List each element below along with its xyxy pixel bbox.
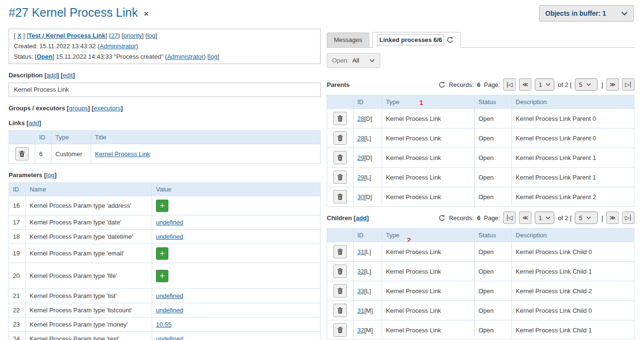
delete-parent-button[interactable] <box>333 131 347 145</box>
child-id-link[interactable]: 32 <box>357 327 364 334</box>
description-add-link[interactable]: add <box>46 72 57 79</box>
table-row: 20 Kernel Process Param type 'file' + <box>9 263 321 289</box>
status-log-link[interactable]: log <box>209 53 217 60</box>
objects-in-buffer-dropdown[interactable]: Objects in buffer: 1 <box>539 5 634 21</box>
trash-icon <box>337 248 343 255</box>
prev-page-button[interactable]: ≪ <box>519 212 531 224</box>
parent-id-link[interactable]: 29 <box>357 154 364 161</box>
first-page-button[interactable]: |◁ <box>503 78 516 91</box>
table-row: 22 Kernel Process Param type 'listcount'… <box>9 303 321 318</box>
info-line-links: [ X ] [Test / Kernel Process Link] (27) … <box>14 31 315 41</box>
refresh-icon[interactable] <box>438 81 446 88</box>
tab-bar: Messages Linked processes 6/6 <box>327 32 634 48</box>
param-value-link[interactable]: undefined <box>156 219 183 226</box>
process-type-link[interactable]: Test / Kernel Process Link <box>28 32 105 39</box>
parameters-log-link[interactable]: log <box>46 171 54 179</box>
children-add-link[interactable]: add <box>356 214 367 222</box>
child-id-link[interactable]: 32 <box>357 268 364 275</box>
last-page-button[interactable]: ▷| <box>622 212 634 224</box>
process-log-link[interactable]: log <box>147 32 155 39</box>
page-select[interactable]: 1 <box>535 212 554 224</box>
status-cell: Open <box>475 320 512 340</box>
delete-link-button[interactable] <box>15 147 29 160</box>
children-table: ID Type2 Status Description 31[L] Kernel… <box>327 228 634 340</box>
parents-col-type: Type1 <box>382 96 475 109</box>
trash-icon <box>337 268 343 275</box>
process-id-link[interactable]: 27 <box>111 32 118 39</box>
tab-linked-processes[interactable]: Linked processes 6/6 <box>372 32 461 48</box>
per-page-select[interactable]: 5 <box>575 78 598 91</box>
records-count: 6 <box>477 81 480 88</box>
links-add-link[interactable]: add <box>29 119 39 127</box>
parent-id-link[interactable]: 28 <box>357 135 364 142</box>
add-param-value-button[interactable]: + <box>156 270 168 282</box>
executors-link[interactable]: executors <box>94 105 121 112</box>
delete-child-button[interactable] <box>333 304 347 317</box>
table-row: 17 Kernel Process Param type 'date' unde… <box>9 215 321 230</box>
child-id-link[interactable]: 33 <box>357 287 364 295</box>
chevron-down-icon <box>586 83 591 86</box>
parents-col-status: Status <box>475 96 512 109</box>
groups-executors-heading: Groups / executors [groups] [executors] <box>9 105 321 112</box>
created-by-link[interactable]: Administrator <box>100 42 136 50</box>
prev-page-button[interactable]: ≪ <box>519 78 531 91</box>
add-param-value-button[interactable]: + <box>156 247 168 260</box>
parent-id-link[interactable]: 29 <box>357 174 364 181</box>
delete-child-button[interactable] <box>333 245 347 258</box>
chevron-down-icon <box>546 216 551 220</box>
delete-child-button[interactable] <box>333 323 347 337</box>
param-value-link[interactable]: 10.55 <box>156 321 172 328</box>
first-page-button[interactable]: |◁ <box>503 212 516 224</box>
delete-child-button[interactable] <box>333 265 347 278</box>
child-id-link[interactable]: 31 <box>357 307 364 314</box>
delete-parent-button[interactable] <box>333 112 347 125</box>
annotation-2: 2 <box>407 236 411 242</box>
param-value-link[interactable]: undefined <box>156 335 183 340</box>
delete-parent-button[interactable] <box>333 151 347 164</box>
delete-parent-button[interactable] <box>333 190 347 203</box>
process-detail-page: #27 Kernel Process Link × Objects in buf… <box>0 0 644 340</box>
groups-link[interactable]: groups <box>69 105 88 112</box>
links-heading: Links [add] <box>9 119 321 127</box>
parameters-heading: Parameters [log] <box>9 171 321 179</box>
param-value-link[interactable]: undefined <box>156 292 183 299</box>
child-id-link[interactable]: 31 <box>357 248 364 255</box>
parent-id-link[interactable]: 28 <box>357 115 364 122</box>
description-value: Kernel Process Link <box>9 83 321 97</box>
status-cell: Open <box>475 128 512 148</box>
tab-messages[interactable]: Messages <box>327 32 369 47</box>
trash-icon <box>337 135 343 141</box>
table-row: 31[L] Kernel Process Link Open Kernel Pr… <box>327 242 634 262</box>
description-edit-link[interactable]: edit <box>63 72 73 79</box>
param-value-link[interactable]: undefined <box>156 307 183 314</box>
page-select[interactable]: 1 <box>535 78 554 91</box>
delete-child-button[interactable] <box>333 284 347 298</box>
priority-link[interactable]: priority <box>124 32 142 39</box>
per-page-select[interactable]: 5 <box>575 212 598 224</box>
table-row: 21 Kernel Process Param type 'list' unde… <box>9 289 321 303</box>
link-title-link[interactable]: Kernel Process Link <box>95 150 150 158</box>
children-col-status: Status <box>475 229 512 242</box>
last-page-button[interactable]: ▷| <box>622 78 634 91</box>
status-cell: Open <box>475 301 512 320</box>
status-cell: Open <box>475 281 512 301</box>
param-value-link[interactable]: undefined <box>156 233 183 240</box>
table-row: 29[D] Kernel Process Link Open Kernel Pr… <box>327 148 634 168</box>
delete-parent-button[interactable] <box>333 170 347 184</box>
refresh-icon[interactable] <box>438 214 446 222</box>
parent-id-link[interactable]: 30 <box>357 193 364 201</box>
close-icon[interactable]: × <box>144 9 149 18</box>
next-page-button[interactable]: ≫ <box>606 212 619 224</box>
status-cell: Open <box>475 168 512 187</box>
trash-icon <box>337 174 343 181</box>
parents-title: Parents <box>327 81 350 88</box>
open-filter-select[interactable]: Open: All <box>327 53 380 68</box>
links-table: ID Type Title 6 Customer Kernel Process … <box>9 130 321 164</box>
refresh-icon[interactable] <box>447 36 454 43</box>
status-open-link[interactable]: Open <box>37 53 52 60</box>
next-page-button[interactable]: ≫ <box>606 78 619 91</box>
status-user-link[interactable]: Administrator <box>167 53 204 60</box>
add-param-value-button[interactable]: + <box>156 200 168 212</box>
close-process-link[interactable]: X <box>17 32 21 39</box>
chevron-down-icon <box>586 216 591 220</box>
